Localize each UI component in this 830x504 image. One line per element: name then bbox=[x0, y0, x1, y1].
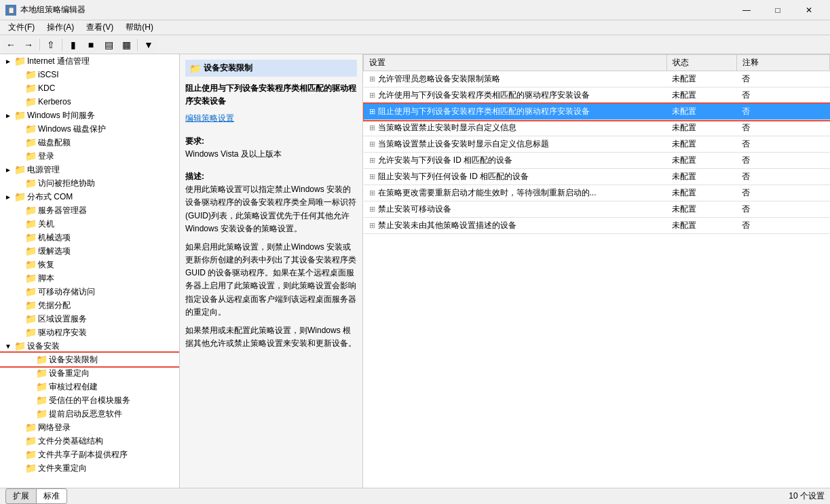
table-row[interactable]: ⊞当策略设置禁止安装时显示自定义信息未配置否 bbox=[364, 120, 830, 136]
tree-item-windows-time[interactable]: ► 📁 Windows 时间服务 bbox=[0, 109, 179, 122]
table-row[interactable]: ⊞允许管理员忽略设备安装限制策略未配置否 bbox=[364, 71, 830, 88]
show-hide-button[interactable]: ▮ bbox=[65, 37, 81, 52]
tree-label: 文件夹重定向 bbox=[38, 463, 87, 474]
edit-policy-link[interactable]: 编辑策略设置 bbox=[185, 113, 234, 123]
tree-label: 机械选项 bbox=[38, 232, 71, 244]
title-bar-controls: — □ ✕ bbox=[731, 0, 825, 20]
policy-row-label: 当策略设置禁止设备安装时显示自定义信息标题 bbox=[378, 138, 549, 150]
tree-item-scripts[interactable]: 📁 脚本 bbox=[0, 271, 179, 285]
tree-item-kerberos[interactable]: 📁 Kerberos bbox=[0, 95, 179, 109]
forward-button[interactable]: → bbox=[20, 37, 37, 52]
policy-row-icon: ⊞ bbox=[369, 107, 375, 116]
tree-item-internet[interactable]: ► 📁 Internet 通信管理 bbox=[0, 54, 179, 68]
tree-item-network-login[interactable]: 📁 网络登录 bbox=[0, 421, 179, 434]
tree-item-iscsi[interactable]: 📁 iSCSI bbox=[0, 68, 179, 81]
tree-label: Windows 时间服务 bbox=[27, 110, 95, 121]
policy-row-status: 未配置 bbox=[666, 88, 736, 104]
tree-item-mitigation[interactable]: 📁 缓解选项 bbox=[0, 244, 179, 258]
folder-icon: 📁 bbox=[24, 246, 37, 256]
view-button[interactable]: ▤ bbox=[100, 37, 117, 52]
table-row[interactable]: ⊞允许安装与下列设备 ID 相匹配的设备未配置否 bbox=[364, 153, 830, 169]
desc-title: 描述: bbox=[185, 172, 204, 181]
tree-label: 恢复 bbox=[38, 259, 54, 271]
policy-row-icon: ⊞ bbox=[369, 156, 375, 165]
folder-icon: 📁 bbox=[24, 300, 37, 311]
tree-item-disk-quota[interactable]: 📁 磁盘配额 bbox=[0, 136, 179, 149]
maximize-button[interactable]: □ bbox=[762, 0, 793, 20]
tree-item-driver-install[interactable]: 📁 驱动程序安装 bbox=[0, 326, 179, 339]
tree-label: 区域设置服务 bbox=[38, 313, 87, 325]
tree-arrow: ► bbox=[3, 112, 14, 119]
table-row[interactable]: ⊞禁止安装可移动设备未配置否 bbox=[364, 201, 830, 218]
tree-item-device-redirect[interactable]: 📁 设备重定向 bbox=[0, 366, 179, 380]
tree-arrow: ► bbox=[3, 166, 14, 174]
tree-item-elam[interactable]: 📁 提前启动反恶意软件 bbox=[0, 407, 179, 421]
tree-item-server-manager[interactable]: 📁 服务器管理器 bbox=[0, 203, 179, 217]
policy-row-label: 阻止使用与下列设备安装程序类相匹配的驱动程序安装设备 bbox=[378, 106, 590, 117]
tree-item-shutdown[interactable]: 📁 关机 bbox=[0, 217, 179, 231]
tree-item-access-denied[interactable]: 📁 访问被拒绝协助 bbox=[0, 176, 179, 190]
tree-arrow: ▼ bbox=[3, 343, 14, 350]
tree-item-device-install-limit[interactable]: 📁 设备安装限制 bbox=[0, 353, 179, 366]
tree-item-login[interactable]: 📁 登录 bbox=[0, 149, 179, 163]
tree-label: 驱动程序安装 bbox=[38, 327, 87, 338]
table-row[interactable]: ⊞允许使用与下列设备安装程序类相匹配的驱动程序安装设备未配置否 bbox=[364, 88, 830, 104]
minimize-button[interactable]: — bbox=[731, 0, 762, 20]
tree-item-power[interactable]: ► 📁 电源管理 bbox=[0, 163, 179, 176]
menu-file[interactable]: 文件(F) bbox=[3, 20, 40, 35]
tree-arrow: ► bbox=[3, 58, 14, 65]
tree-item-file-classify[interactable]: 📁 文件分类基础结构 bbox=[0, 434, 179, 448]
folder-icon: 📁 bbox=[35, 408, 48, 419]
table-row[interactable]: ⊞阻止安装与下列任何设备 ID 相匹配的设备未配置否 bbox=[364, 169, 830, 185]
tree-item-folder-redirect[interactable]: 📁 文件夹重定向 bbox=[0, 461, 179, 475]
tree-item-regional[interactable]: 📁 区域设置服务 bbox=[0, 312, 179, 326]
section-folder-icon: 📁 bbox=[189, 63, 201, 74]
tree-item-file-share[interactable]: 📁 文件共享子副本提供程序 bbox=[0, 448, 179, 461]
policy-row-status: 未配置 bbox=[666, 169, 736, 185]
menu-view[interactable]: 查看(V) bbox=[81, 20, 119, 35]
policy-row-icon: ⊞ bbox=[369, 205, 375, 214]
tree-item-windows-disk[interactable]: 📁 Windows 磁盘保护 bbox=[0, 122, 179, 136]
menu-help[interactable]: 帮助(H) bbox=[120, 20, 159, 35]
table-row[interactable]: ⊞阻止使用与下列设备安装程序类相匹配的驱动程序安装设备未配置否 bbox=[364, 104, 830, 120]
tree-label: 关机 bbox=[38, 218, 54, 230]
filter-button[interactable]: ▼ bbox=[140, 37, 157, 52]
tree-item-device-install[interactable]: ▼ 📁 设备安装 bbox=[0, 339, 179, 353]
tree-item-distributed-com[interactable]: ► 📁 分布式 COM bbox=[0, 190, 179, 203]
tree-item-kdc[interactable]: 📁 KDC bbox=[0, 81, 179, 95]
tree-item-audit[interactable]: 📁 审核过程创建 bbox=[0, 380, 179, 393]
policy-row-label: 阻止安装与下列任何设备 ID 相匹配的设备 bbox=[378, 171, 529, 182]
tab-standard[interactable]: 标准 bbox=[36, 488, 67, 504]
policy-row-status: 未配置 bbox=[666, 136, 736, 153]
policy-row-label: 允许管理员忽略设备安装限制策略 bbox=[378, 73, 500, 85]
grid-button[interactable]: ▦ bbox=[118, 37, 134, 52]
close-button[interactable]: ✕ bbox=[793, 0, 825, 20]
folder-icon: 📁 bbox=[24, 286, 37, 297]
tree-label: 文件分类基础结构 bbox=[38, 435, 103, 447]
policy-row-note: 否 bbox=[736, 169, 829, 185]
tree-item-credentials[interactable]: 📁 凭据分配 bbox=[0, 298, 179, 312]
policy-row-note: 否 bbox=[736, 218, 829, 234]
console-root-button[interactable]: ■ bbox=[83, 37, 99, 52]
table-row[interactable]: ⊞当策略设置禁止设备安装时显示自定义信息标题未配置否 bbox=[364, 136, 830, 153]
table-row[interactable]: ⊞在策略更改需要重新启动才能生效时，等待强制重新启动的...未配置否 bbox=[364, 185, 830, 201]
tree-item-removable-storage[interactable]: 📁 可移动存储访问 bbox=[0, 285, 179, 298]
tree-item-tpm[interactable]: 📁 受信任的平台模块服务 bbox=[0, 393, 179, 407]
policy-row-note: 否 bbox=[736, 104, 829, 120]
tree-label: 提前启动反恶意软件 bbox=[49, 408, 122, 420]
tab-expand[interactable]: 扩展 bbox=[5, 488, 37, 504]
folder-icon: 📁 bbox=[24, 83, 37, 94]
table-row[interactable]: ⊞禁止安装未由其他策略设置描述的设备未配置否 bbox=[364, 218, 830, 234]
folder-icon: 📁 bbox=[24, 327, 37, 338]
policy-row-label: 禁止安装未由其他策略设置描述的设备 bbox=[378, 220, 516, 231]
tree-item-mechanic[interactable]: 📁 机械选项 bbox=[0, 231, 179, 244]
tree-item-recovery[interactable]: 📁 恢复 bbox=[0, 258, 179, 271]
toolbar-separator-3 bbox=[137, 39, 138, 51]
back-button[interactable]: ← bbox=[3, 37, 19, 52]
tree-label: Kerberos bbox=[38, 97, 71, 106]
folder-icon: 📁 bbox=[24, 96, 37, 107]
policy-row-icon: ⊞ bbox=[369, 189, 375, 197]
up-button[interactable]: ⇧ bbox=[43, 37, 59, 52]
col-note: 注释 bbox=[736, 55, 829, 71]
menu-action[interactable]: 操作(A) bbox=[41, 20, 79, 35]
